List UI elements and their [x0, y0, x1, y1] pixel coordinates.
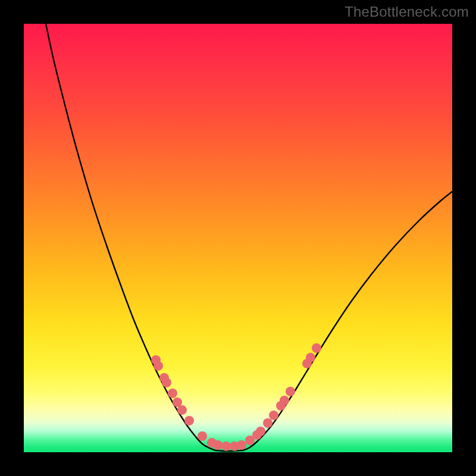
data-dot [184, 416, 194, 425]
data-dot [306, 353, 315, 362]
data-dot [162, 378, 171, 387]
data-dot [221, 441, 231, 451]
data-dot [280, 396, 289, 405]
curve-left [46, 24, 215, 450]
data-dot [237, 440, 246, 450]
outer-frame: TheBottleneck.com [0, 0, 476, 476]
data-dot [154, 361, 163, 371]
data-dot [168, 389, 177, 398]
watermark-text: TheBottleneck.com [345, 4, 469, 20]
data-dot [263, 418, 273, 428]
data-dot [312, 343, 321, 353]
plot-area [24, 24, 452, 452]
data-dot [198, 431, 207, 441]
scatter-dots [151, 343, 321, 451]
data-dot [286, 387, 295, 396]
data-dot [256, 427, 265, 436]
data-dot [269, 411, 278, 420]
chart-svg [24, 24, 452, 452]
curve-floor [215, 450, 243, 451]
data-dot [213, 440, 223, 450]
data-dot [177, 405, 187, 415]
